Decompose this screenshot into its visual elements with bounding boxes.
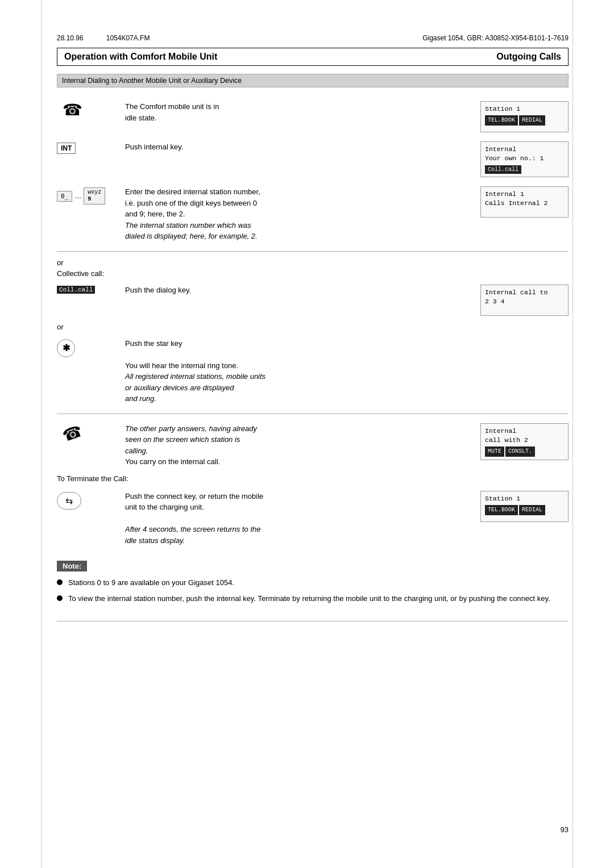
- screen-1: Station 1 TEL.BOOK REDIAL: [480, 101, 569, 132]
- screen-3-line2: Calls Internal 2: [485, 199, 564, 208]
- or-text-2: or: [57, 323, 569, 331]
- phone-answered-icon: ☎: [60, 422, 85, 446]
- right-border: [572, 0, 573, 868]
- connect-key-icon: ⇆: [57, 492, 81, 510]
- softkey-conslt: CONSLT.: [505, 446, 535, 457]
- screen-6-line1: Internal: [485, 427, 564, 436]
- col-screen-1: Station 1 TEL.BOOK REDIAL: [480, 101, 569, 132]
- softkey-collcall: Coll.call: [485, 165, 521, 174]
- key-0-icon: 0̲: [57, 191, 72, 202]
- key-9-icon: wxyz9: [84, 187, 105, 205]
- col-text-1: The Comfort mobile unit is inidle state.: [125, 101, 480, 123]
- screen-2-line1: Internal: [485, 145, 564, 154]
- instruction-row-4: Coll.call Push the dialog key. Internal …: [57, 280, 569, 320]
- col-icon-answered: ☎: [57, 423, 125, 443]
- text-push-connect: Push the connect key, or return the mobi…: [125, 492, 263, 545]
- screen-7-line1: Station 1: [485, 494, 564, 503]
- title-bar: Operation with Comfort Mobile Unit Outgo…: [57, 48, 569, 66]
- instruction-row-2: INT Push internal key. Internal Your own…: [57, 137, 569, 182]
- section-heading: Internal Dialing to Another Mobile Unit …: [57, 74, 569, 87]
- screen-2: Internal Your own no.: 1 Coll.call: [480, 141, 569, 177]
- text-push-star: Push the star keyYou will hear the inter…: [125, 339, 265, 403]
- note-item-1: Stations 0 to 9 are available on your Gi…: [57, 577, 569, 589]
- softkey-redial-2: REDIAL: [519, 505, 545, 515]
- screen-4-line1: Internal call to: [485, 288, 564, 297]
- screen-1-line1: Station 1: [485, 105, 564, 114]
- note-text-1: Stations 0 to 9 are available on your Gi…: [68, 577, 234, 589]
- softkey-redial-1: REDIAL: [519, 115, 545, 126]
- note-label: Note:: [57, 561, 87, 571]
- digit-keys-icon: 0̲ … wxyz9: [57, 187, 105, 205]
- screen-4-line2: 2 3 4: [485, 297, 564, 306]
- header-left: 28.10.96 1054K07A.FM: [57, 34, 150, 42]
- note-box: Note: Stations 0 to 9 are available on y…: [57, 561, 569, 604]
- phone-idle-icon: ☎: [63, 102, 82, 118]
- content-area: ☎ The Comfort mobile unit is inidle stat…: [57, 97, 569, 550]
- col-screen-4: Internal call to 2 3 4: [480, 285, 569, 316]
- collective-call-label: Collective call:: [57, 269, 569, 278]
- sub-title: Outgoing Calls: [496, 52, 561, 62]
- col-icon-connect: ⇆: [57, 491, 125, 510]
- page: 28.10.96 1054K07A.FM Gigaset 1054, GBR: …: [0, 0, 614, 868]
- screen-3: Internal 1 Calls Internal 2: [480, 186, 569, 218]
- screen-7: Station 1 TEL.BOOK REDIAL: [480, 491, 569, 522]
- note-text-2: To view the internal station number, pus…: [68, 593, 550, 604]
- star-key-icon: ✱: [57, 339, 75, 357]
- instruction-row-6: ☎ The other party answers, having alread…: [57, 419, 569, 472]
- col-text-5: Push the star keyYou will hear the inter…: [125, 338, 480, 404]
- header-date: 28.10.96: [57, 34, 84, 42]
- text-other-party: The other party answers, having alreadys…: [125, 424, 257, 455]
- header-meta: 28.10.96 1054K07A.FM Gigaset 1054, GBR: …: [57, 34, 569, 42]
- instruction-row-3: 0̲ … wxyz9 Enter the desired internal st…: [57, 182, 569, 247]
- softkey-telbook-2: TEL.BOOK: [485, 505, 518, 515]
- col-text-4: Push the dialog key.: [125, 285, 480, 296]
- screen-2-softkey: Coll.call: [485, 165, 564, 174]
- main-title: Operation with Comfort Mobile Unit: [64, 52, 217, 62]
- col-text-2: Push internal key.: [125, 141, 480, 153]
- divider-1: [57, 251, 569, 252]
- col-icon-int: INT: [57, 141, 125, 154]
- col-icon-star: ✱: [57, 338, 125, 357]
- bullet-2: [57, 595, 63, 601]
- coll-call-btn-icon: Coll.call: [57, 286, 95, 294]
- screen-6: Internal call with 2 MUTE CONSLT.: [480, 423, 569, 460]
- col-text-7: Push the connect key, or return the mobi…: [125, 491, 480, 546]
- bottom-rule: [57, 621, 569, 621]
- text-enter-number: Enter the desired internal station numbe…: [125, 187, 260, 240]
- softkey-mute: MUTE: [485, 446, 504, 457]
- instruction-row-7: ⇆ Push the connect key, or return the mo…: [57, 486, 569, 551]
- note-item-2: To view the internal station number, pus…: [57, 593, 569, 604]
- screen-3-line1: Internal 1: [485, 190, 564, 199]
- col-screen-3: Internal 1 Calls Internal 2: [480, 186, 569, 218]
- instruction-row-5: ✱ Push the star keyYou will hear the int…: [57, 333, 569, 409]
- text-push-dialog: Push the dialog key.: [125, 286, 191, 294]
- left-border: [41, 0, 42, 868]
- screen-2-line2: Your own no.: 1: [485, 154, 564, 163]
- screen-4: Internal call to 2 3 4: [480, 285, 569, 316]
- screen-6-softkeys: MUTE CONSLT.: [485, 446, 564, 457]
- screen-7-softkeys: TEL.BOOK REDIAL: [485, 505, 564, 515]
- header-reference: Gigaset 1054, GBR: A30852-X954-B101-1-76…: [422, 34, 569, 42]
- col-icon-collcall: Coll.call: [57, 285, 125, 294]
- int-key-icon: INT: [57, 143, 76, 154]
- text-push-int: Push internal key.: [125, 143, 183, 151]
- ellipsis: …: [74, 192, 81, 200]
- screen-1-softkeys: TEL.BOOK REDIAL: [485, 115, 564, 126]
- page-number: 93: [561, 825, 569, 834]
- screen-6-line2: call with 2: [485, 436, 564, 445]
- terminate-label: To Terminate the Call:: [57, 474, 569, 483]
- col-screen-7: Station 1 TEL.BOOK REDIAL: [480, 491, 569, 522]
- bullet-1: [57, 579, 63, 585]
- instruction-row-1: ☎ The Comfort mobile unit is inidle stat…: [57, 97, 569, 137]
- col-icon-digits: 0̲ … wxyz9: [57, 186, 125, 205]
- note-items: Stations 0 to 9 are available on your Gi…: [57, 577, 569, 604]
- col-icon-phone: ☎: [57, 101, 125, 118]
- col-screen-2: Internal Your own no.: 1 Coll.call: [480, 141, 569, 177]
- text-carry-on: You carry on the internal call.: [125, 457, 220, 466]
- col-text-3: Enter the desired internal station numbe…: [125, 186, 480, 242]
- divider-2: [57, 414, 569, 414]
- text-idle: The Comfort mobile unit is inidle state.: [125, 102, 219, 122]
- header-file: 1054K07A.FM: [106, 34, 150, 42]
- or-text-1: or: [57, 258, 569, 267]
- col-text-6: The other party answers, having alreadys…: [125, 423, 480, 468]
